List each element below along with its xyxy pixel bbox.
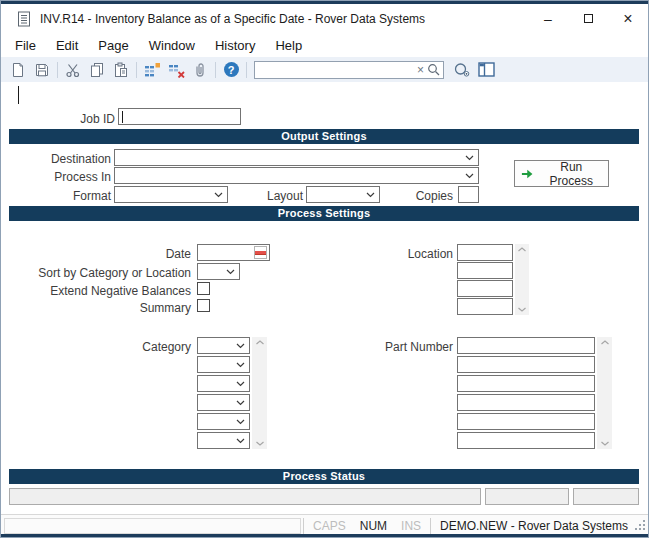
format-select[interactable] [114,186,228,203]
save-icon[interactable] [30,59,54,81]
part-number-input-2[interactable] [457,356,595,373]
menu-history[interactable]: History [205,35,265,56]
application-window: INV.R14 - Inventory Balance as of a Spec… [0,0,649,538]
layout-label: Layout [241,189,303,203]
insert-row-icon[interactable] [140,59,164,81]
resize-grip[interactable] [635,520,646,531]
part-number-input-3[interactable] [457,375,595,392]
chevron-down-icon [465,155,474,161]
paste-icon[interactable] [109,59,133,81]
calendar-icon[interactable] [254,246,267,259]
date-label: Date [1,247,191,261]
run-process-button[interactable]: Run Process [514,160,609,187]
extend-negative-balances-checkbox[interactable] [197,282,210,295]
window-top-border [1,1,648,4]
copy-icon[interactable] [85,59,109,81]
status-message-box [4,518,301,534]
maximize-button[interactable] [568,4,608,33]
job-id-input[interactable] [118,108,241,125]
chevron-down-icon [236,419,245,425]
scroll-up-icon[interactable] [600,340,609,345]
run-process-label: Run Process [541,160,602,188]
app-document-icon [17,11,31,27]
extend-negative-balances-label: Extend Negative Balances [1,284,191,298]
help-glyph: ? [224,62,239,77]
category-select-1[interactable] [197,337,250,354]
copies-input[interactable] [458,186,479,203]
category-select-6[interactable] [197,432,250,449]
chevron-down-icon [236,438,245,444]
part-number-label: Part Number [331,340,453,354]
copies-label: Copies [386,189,453,203]
input-caret [122,111,123,123]
find-preview-icon[interactable] [450,59,474,81]
chevron-down-icon [236,362,245,368]
process-in-select[interactable] [114,167,479,184]
insert-mode-indicator: INS [394,519,428,533]
menu-edit[interactable]: Edit [46,35,88,56]
chevron-down-icon [226,269,235,275]
category-select-4[interactable] [197,394,250,411]
location-input-3[interactable] [457,280,513,297]
cut-icon[interactable] [61,59,85,81]
scroll-down-icon[interactable] [600,441,609,446]
chevron-down-icon [214,192,223,198]
menu-page[interactable]: Page [88,35,138,56]
title-bar: INV.R14 - Inventory Balance as of a Spec… [1,4,648,33]
search-clear-icon[interactable]: × [414,64,427,76]
category-select-5[interactable] [197,413,250,430]
destination-select[interactable] [114,149,479,166]
part-number-input-1[interactable] [457,337,595,354]
location-input-1[interactable] [457,244,513,261]
status-bar: CAPS NUM INS DEMO.NEW - Rover Data Syste… [1,514,648,536]
location-input-4[interactable] [457,298,513,315]
status-separator [303,518,304,534]
minimize-button[interactable]: – [528,4,568,33]
chevron-down-icon [236,400,245,406]
part-number-input-4[interactable] [457,394,595,411]
chevron-down-icon [236,381,245,387]
chevron-down-icon [366,192,375,198]
format-label: Format [1,189,111,203]
output-settings-band: Output Settings [9,129,639,144]
process-status-band: Process Status [9,469,639,484]
help-icon[interactable]: ? [219,59,243,81]
toolbar-separator [57,62,58,78]
menu-bar: File Edit Page Window History Help [5,33,312,57]
search-input[interactable] [255,63,414,77]
toolbar: ? × [1,57,648,82]
chevron-down-icon [236,343,245,349]
category-select-3[interactable] [197,375,250,392]
text-cursor [18,86,19,104]
location-input-2[interactable] [457,262,513,279]
layout-select[interactable] [306,186,380,203]
sort-label: Sort by Category or Location [1,266,191,280]
close-button[interactable]: × [608,4,648,33]
menu-window[interactable]: Window [139,35,205,56]
scroll-up-icon[interactable] [255,340,264,345]
scroll-down-icon[interactable] [255,441,264,446]
category-scrollbar [252,337,267,449]
layout-icon[interactable] [474,59,498,81]
scroll-down-icon[interactable] [518,307,527,312]
search-icon[interactable] [427,63,443,76]
menu-help[interactable]: Help [265,35,312,56]
toolbar-search-box: × [254,61,444,79]
process-status-field-3 [573,488,639,505]
attachment-icon[interactable] [188,59,212,81]
process-status-field-2 [485,488,569,505]
calendar-top-bar [255,251,266,255]
process-in-label: Process In [1,170,111,184]
new-document-icon[interactable] [6,59,30,81]
delete-row-icon[interactable] [164,59,188,81]
category-select-2[interactable] [197,356,250,373]
summary-checkbox[interactable] [197,299,210,312]
scroll-up-icon[interactable] [518,247,527,252]
job-id-label: Job ID [1,112,115,126]
menu-file[interactable]: File [5,35,46,56]
summary-label: Summary [1,301,191,315]
part-number-input-5[interactable] [457,413,595,430]
part-number-input-6[interactable] [457,432,595,449]
part-number-scrollbar [597,337,612,449]
sort-select[interactable] [197,263,240,280]
